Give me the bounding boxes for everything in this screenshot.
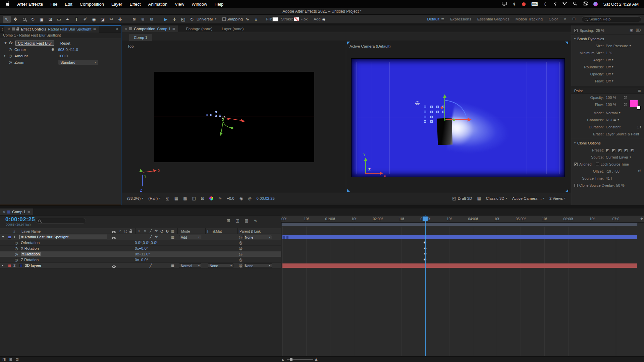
flow-dynamics-value[interactable]: Off <box>606 79 610 83</box>
help-search[interactable] <box>582 16 641 22</box>
spotlight-icon[interactable] <box>573 1 577 7</box>
keyboard-icon[interactable]: ⌨ <box>531 2 538 6</box>
transform-gizmo[interactable] <box>425 90 489 137</box>
current-time-indicator-line[interactable] <box>425 216 426 356</box>
clone-preset-icon[interactable]: ◩ <box>606 148 609 152</box>
selection-handle[interactable] <box>215 111 217 113</box>
workspace-color[interactable]: Color <box>549 17 558 21</box>
camera-tool[interactable]: ▣ <box>38 16 46 23</box>
effect-property-row-amount[interactable]: ▸ ◷ Amount 100.0 <box>0 53 121 59</box>
time-ruler[interactable]: 0:00f 10f 01:00f 10f 02:00f 10f 03:00f 1… <box>281 216 644 223</box>
property-value[interactable]: 0x+11.0° <box>135 252 150 256</box>
property-name[interactable]: Y Rotation <box>21 252 41 256</box>
clone-overlay-value[interactable]: 50 % <box>616 183 625 187</box>
current-timecode[interactable]: 0:00:02:25 <box>5 216 35 223</box>
clone-source-value[interactable]: Current Layer <box>606 155 628 159</box>
stroke-swatch[interactable] <box>294 17 299 21</box>
type-tool[interactable]: T <box>72 16 80 23</box>
duration-frames-value[interactable]: 1 f <box>637 125 641 129</box>
snapshot-icon[interactable]: ◉ <box>239 196 243 200</box>
effect-name[interactable]: CC Radial Fast Blur <box>15 41 54 46</box>
timeline-zoom-handle[interactable] <box>290 358 292 361</box>
opacity-dynamics-value[interactable]: Off <box>606 72 610 76</box>
pickwhip-icon[interactable]: @ <box>239 258 243 262</box>
grid-guides-icon[interactable]: ▦ <box>174 196 178 200</box>
resolution-dropdown[interactable]: (Half)▾ <box>148 196 160 200</box>
draft-3d-toggle[interactable]: ◰ Draft 3D <box>452 196 472 200</box>
solo-icon[interactable]: ○ <box>124 229 127 233</box>
view-options-icon[interactable]: ⊡ <box>201 196 204 200</box>
ground-grid-icon[interactable]: ▦ <box>477 196 481 200</box>
duration-value[interactable]: Constant <box>606 125 621 129</box>
menu-bar-clock[interactable]: Sat Oct 2 4:29 AM <box>603 2 639 7</box>
pickwhip-icon[interactable]: @ <box>239 241 243 245</box>
axis-mode-local-icon[interactable]: ⊠ <box>130 16 138 23</box>
expand-layer-icon[interactable]: ▸ <box>2 264 3 267</box>
clone-preset-icon[interactable]: ◩ <box>612 148 615 152</box>
point-control-icon[interactable]: ⊕ <box>51 48 58 51</box>
puppet-pin-tool[interactable]: ✜ <box>116 16 124 23</box>
timeline-track-area[interactable]: 0:00f 10f 01:00f 10f 02:00f 10f 03:00f 1… <box>281 216 644 356</box>
collapse-transforms-icon[interactable]: ✳ <box>144 229 147 233</box>
paint-mode-value[interactable]: Normal <box>606 111 618 115</box>
moon-icon[interactable]: ☾ <box>544 2 548 6</box>
app-menu[interactable]: After Effects <box>17 2 43 7</box>
channels-icon[interactable] <box>209 196 213 200</box>
workspace-current[interactable]: Default ≡ <box>427 17 444 21</box>
collapse-effect-icon[interactable]: ▼ <box>4 42 9 45</box>
label-color-chip[interactable] <box>8 236 11 239</box>
stopwatch-icon[interactable]: ◷ <box>15 241 18 245</box>
trkmat-dropdown[interactable]: None▾ <box>208 263 233 268</box>
property-value[interactable]: 0x+0.0° <box>135 258 148 262</box>
record-status-icon[interactable] <box>522 2 526 6</box>
pickwhip-icon[interactable]: @ <box>239 252 243 256</box>
clone-stamp-tool[interactable]: ◉ <box>90 16 98 23</box>
axis-mode-world-icon[interactable]: ⊞ <box>139 16 147 23</box>
selection-tool[interactable]: ↖ <box>3 16 11 23</box>
top-view-viewport[interactable] <box>154 72 314 162</box>
column-parent-link[interactable]: Parent & Link <box>239 229 261 233</box>
paint-section-header[interactable]: Paint ≡ <box>571 87 644 94</box>
workspace-essential-graphics[interactable]: Essential Graphics <box>477 17 509 21</box>
cube-3d-icon[interactable]: ▦ <box>171 229 174 233</box>
stopwatch-icon[interactable]: ◷ <box>15 258 18 262</box>
delete-brush-icon[interactable]: ⌦ <box>636 28 641 32</box>
panel-menu-icon[interactable]: ≡ <box>93 27 96 31</box>
amount-value[interactable]: 100.0 <box>58 54 68 58</box>
timeline-search-field[interactable] <box>36 218 86 224</box>
gizmo-position-icon[interactable]: ✛ <box>170 16 178 23</box>
toggle-inout-icon[interactable]: ⊡ <box>16 358 19 361</box>
snapping-checkbox[interactable] <box>222 17 226 21</box>
gizmo-scale-icon[interactable]: ◱ <box>179 16 187 23</box>
wifi-icon[interactable] <box>562 2 567 7</box>
zoom-tool[interactable] <box>20 16 28 23</box>
size-value[interactable]: Pen Pressure <box>606 44 628 48</box>
gizmo-universal-icon[interactable]: ▶ <box>162 16 170 23</box>
erase-value[interactable]: Layer Source & Paint <box>606 132 639 136</box>
menu-effect[interactable]: Effect <box>129 2 141 7</box>
pickwhip-icon[interactable]: @ <box>239 247 243 250</box>
stopwatch-icon[interactable]: ◷ <box>15 247 18 250</box>
roto-brush-tool[interactable]: ✂ <box>107 16 115 23</box>
pickwhip-icon[interactable]: @ <box>239 235 243 239</box>
layer-duration-bar[interactable] <box>282 235 637 239</box>
viewer-tab-comp1[interactable]: Comp 1 <box>129 34 152 41</box>
pickwhip-icon[interactable]: @ <box>239 264 243 267</box>
property-row[interactable]: ◷ Orientation 0.0°,0.0°,0.0° @ <box>0 240 281 246</box>
gizmo-mode-dropdown[interactable]: Universal▾ <box>197 17 216 21</box>
bluetooth-icon[interactable] <box>553 1 556 7</box>
apple-menu[interactable] <box>5 1 10 7</box>
siri-icon[interactable] <box>593 2 598 6</box>
tab-composition[interactable]: × Composition Comp 1 ≡ <box>122 25 178 32</box>
panel-menu-icon[interactable]: ≡ <box>172 27 175 31</box>
cube-3d-icon[interactable]: ▦ <box>171 264 174 267</box>
center-value[interactable]: 603.0,411.0 <box>58 48 78 52</box>
toggle-transfer-controls-icon[interactable]: ⊟ <box>9 358 12 361</box>
exposure-icon[interactable]: ✳ <box>218 196 222 200</box>
close-icon[interactable]: × <box>7 27 10 31</box>
offset-value[interactable]: -19 , -58 <box>606 169 620 173</box>
adjustment-layer-icon[interactable]: ◐ <box>166 229 169 233</box>
tab-timeline-comp1[interactable]: × Comp 1 ≡ <box>0 208 33 215</box>
eraser-tool[interactable]: ◪ <box>99 16 107 23</box>
viewer-area[interactable]: Top Active Camera (Default) <box>122 41 571 193</box>
